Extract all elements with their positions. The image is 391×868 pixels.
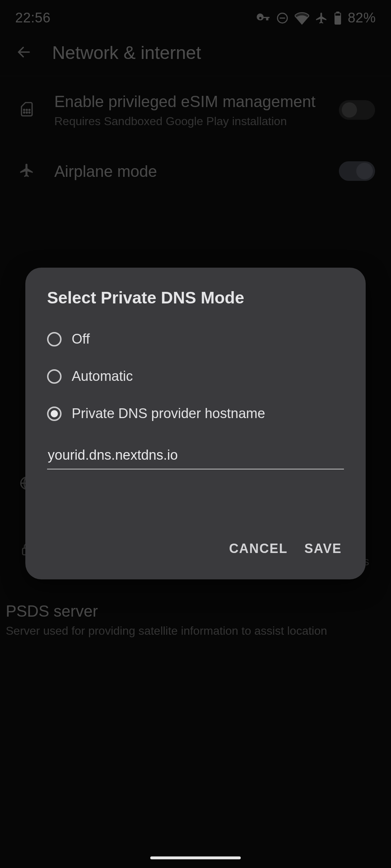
radio-icon (47, 369, 62, 384)
option-hostname[interactable]: Private DNS provider hostname (25, 395, 366, 432)
gesture-bar (150, 856, 241, 859)
private-dns-dialog: Select Private DNS Mode Off Automatic Pr… (25, 268, 366, 579)
save-button[interactable]: SAVE (304, 541, 342, 556)
radio-icon (47, 407, 62, 421)
radio-icon (47, 332, 62, 346)
hostname-input[interactable] (47, 444, 344, 469)
option-label: Private DNS provider hostname (72, 406, 265, 421)
option-off[interactable]: Off (25, 320, 366, 358)
option-label: Off (72, 331, 90, 347)
option-automatic[interactable]: Automatic (25, 358, 366, 395)
dialog-title: Select Private DNS Mode (25, 288, 366, 320)
option-label: Automatic (72, 369, 133, 384)
cancel-button[interactable]: CANCEL (229, 541, 288, 556)
